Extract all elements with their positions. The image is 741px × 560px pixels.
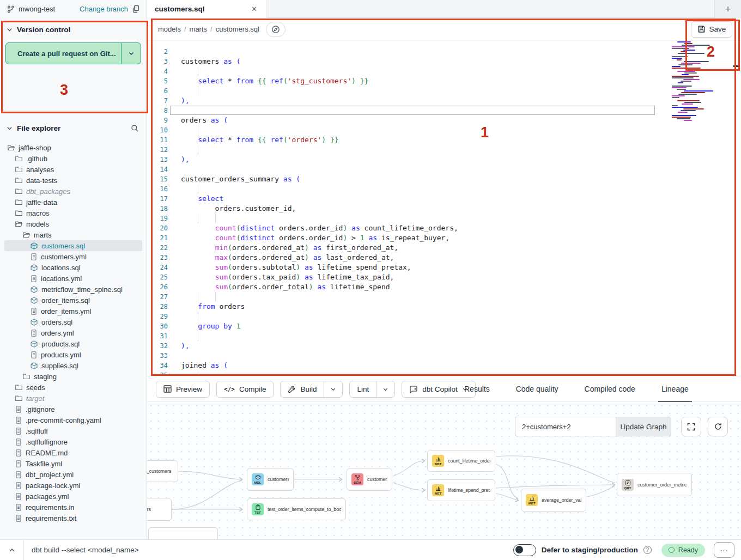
command-input[interactable]: dbt build --select <model_name> <box>24 546 513 554</box>
file-tree-item--gitignore[interactable]: .gitignore <box>4 404 142 415</box>
file-tree-item-orders-sql[interactable]: orders.sql <box>4 316 142 327</box>
lint-button[interactable]: Lint <box>350 381 376 397</box>
lineage-node[interactable] <box>148 527 218 539</box>
code-line-17[interactable]: 17 select <box>147 194 741 204</box>
code-line-26[interactable]: 26 sum(orders.order_total) as lifetime_s… <box>147 282 741 292</box>
file-tree-item-seeds[interactable]: seeds <box>4 382 142 393</box>
copy-icon[interactable] <box>132 5 140 13</box>
refresh-button[interactable] <box>708 417 728 436</box>
code-editor[interactable]: 23customers as (45 select * from {{ ref(… <box>147 41 741 376</box>
version-control-header[interactable]: Version control <box>0 18 147 39</box>
fullscreen-button[interactable] <box>681 417 701 436</box>
file-tree-item-requirements-in[interactable]: requirements.in <box>4 502 142 513</box>
file-tree-item-macros[interactable]: macros <box>4 208 142 218</box>
update-graph-button[interactable]: Update Graph <box>616 417 671 436</box>
breadcrumb-part[interactable]: models <box>158 25 181 33</box>
file-tree-item-locations-sql[interactable]: locations.sql <box>4 262 142 273</box>
code-line-11[interactable]: 11 select * from {{ ref('orders') }} <box>147 135 741 145</box>
file-tree-item-customers-sql[interactable]: customers.sql <box>4 240 142 251</box>
file-tree-item-analyses[interactable]: analyses <box>4 164 142 175</box>
file-tree-item-supplies-sql[interactable]: supplies.sql <box>4 360 142 371</box>
lint-dropdown-button[interactable] <box>376 381 394 397</box>
code-line-28[interactable]: 28 from orders <box>147 302 741 312</box>
code-line-4[interactable]: 4 <box>147 66 741 76</box>
breadcrumb-part[interactable]: marts <box>190 25 208 33</box>
code-line-13[interactable]: 13), <box>147 155 741 165</box>
code-line-14[interactable]: 14 <box>147 165 741 174</box>
compass-button[interactable] <box>266 22 286 37</box>
help-icon[interactable]: ? <box>643 546 652 554</box>
code-line-8[interactable]: 8 <box>147 106 741 115</box>
code-line-15[interactable]: 15customer_orders_summary as ( <box>147 174 741 184</box>
file-tree-item-jaffle-data[interactable]: jaffle-data <box>4 197 142 208</box>
file-tree-item--github[interactable]: .github <box>4 153 142 164</box>
file-tree-item-order-items-yml[interactable]: order_items.yml <box>4 306 142 316</box>
search-icon[interactable] <box>131 124 139 132</box>
code-line-20[interactable]: 20 count(distinct orders.order_id) as co… <box>147 223 741 233</box>
code-line-6[interactable]: 6 <box>147 86 741 96</box>
lineage-node-orders[interactable]: MDLorders <box>147 498 172 521</box>
code-line-9[interactable]: 9orders as ( <box>147 115 741 125</box>
code-line-16[interactable]: 16 <box>147 184 741 194</box>
file-tree-item-dbt-packages[interactable]: dbt_packages <box>4 186 142 197</box>
close-tab-icon[interactable]: ✕ <box>250 4 259 14</box>
file-tree-item-products-sql[interactable]: products.sql <box>4 338 142 349</box>
code-line-7[interactable]: 7), <box>147 96 741 106</box>
save-button[interactable]: Save <box>691 21 732 38</box>
lineage-node-customers[interactable]: MDLcustomers <box>247 468 294 491</box>
compile-button[interactable]: </> Compile <box>216 381 274 398</box>
file-tree-item-packages-yml[interactable]: packages.yml <box>4 491 142 502</box>
lineage-node-stg-customers[interactable]: MDLstg_customers <box>147 460 178 482</box>
preview-button[interactable]: Preview <box>156 381 210 398</box>
file-tree-item-taskfile-yml[interactable]: Taskfile.yml <box>4 458 142 469</box>
file-tree-item-customers-yml[interactable]: customers.yml <box>4 251 142 262</box>
file-tree-item-order-items-sql[interactable]: order_items.sql <box>4 295 142 306</box>
file-tree-item--sqlfluffignore[interactable]: .sqlfluffignore <box>4 436 142 447</box>
lineage-selector-input[interactable] <box>515 417 616 436</box>
code-line-2[interactable]: 2 <box>147 47 741 57</box>
file-tree-item--sqlfluff[interactable]: .sqlfluff <box>4 425 142 436</box>
file-tree-item-data-tests[interactable]: data-tests <box>4 175 142 186</box>
code-line-21[interactable]: 21 count(distinct orders.order_id) > 1 a… <box>147 233 741 243</box>
code-line-31[interactable]: 31 <box>147 331 741 341</box>
lineage-panel[interactable]: MDLstg_customersMDLordersMDLcustomersTST… <box>147 402 741 539</box>
file-tree-item-metricflow-time-spine-sql[interactable]: metricflow_time_spine.sql <box>4 284 142 295</box>
more-options-button[interactable]: ... <box>714 542 734 558</box>
tab-code-quality[interactable]: Code quality <box>513 376 562 403</box>
code-line-29[interactable]: 29 <box>147 312 741 321</box>
code-line-27[interactable]: 27 <box>147 292 741 302</box>
code-line-35[interactable]: 35 <box>147 370 741 376</box>
file-tree-item-dbt-project-yml[interactable]: dbt_project.yml <box>4 469 142 480</box>
build-dropdown-button[interactable] <box>324 381 342 397</box>
lineage-node-average-order-value[interactable]: METaverage_order_value <box>521 489 586 512</box>
file-tree-item-package-lock-yml[interactable]: package-lock.yml <box>4 480 142 491</box>
file-tree-item-readme-md[interactable]: README.md <box>4 447 142 458</box>
lineage-node-count-lifetime-orders[interactable]: METcount_lifetime_orders <box>427 450 495 472</box>
lineage-node-test-order-items-compute-to-bools-[interactable]: TSTtest_order_items_compute_to_bools... <box>247 498 346 520</box>
code-line-34[interactable]: 34joined as ( <box>147 361 741 370</box>
file-tree-item-orders-yml[interactable]: orders.yml <box>4 327 142 338</box>
tab-customers-sql[interactable]: customers.sql ✕ <box>147 0 267 18</box>
code-line-19[interactable]: 19 <box>147 214 741 223</box>
code-line-30[interactable]: 30 group by 1 <box>147 321 741 331</box>
code-line-23[interactable]: 23 max(orders.ordered_at) as last_ordere… <box>147 253 741 263</box>
file-tree-item-products-yml[interactable]: products.yml <box>4 349 142 360</box>
breadcrumb-part[interactable]: customers.sql <box>216 25 259 33</box>
code-line-18[interactable]: 18 orders.customer_id, <box>147 204 741 214</box>
change-branch-link[interactable]: Change branch <box>80 5 128 13</box>
tab-results[interactable]: Results <box>461 376 493 403</box>
lineage-node-customer-order-metrics[interactable]: QRYcustomer_order_metrics <box>617 473 692 496</box>
code-line-22[interactable]: 22 min(orders.ordered_at) as first_order… <box>147 243 741 253</box>
file-explorer-header[interactable]: File explorer <box>0 117 147 138</box>
file-tree-item-locations-yml[interactable]: locations.yml <box>4 273 142 284</box>
code-line-12[interactable]: 12 <box>147 145 741 155</box>
code-line-25[interactable]: 25 sum(orders.tax_paid) as lifetime_tax_… <box>147 272 741 282</box>
minimap[interactable] <box>672 36 719 123</box>
file-tree-item-models[interactable]: models <box>4 218 142 229</box>
build-button[interactable]: Build <box>281 381 324 397</box>
file-tree-item-staging[interactable]: staging <box>4 371 142 382</box>
file-tree-item-jaffle-shop[interactable]: jaffle-shop <box>4 142 142 153</box>
new-tab-button[interactable]: + <box>714 0 741 18</box>
expand-command-bar-icon[interactable] <box>0 540 24 560</box>
code-line-32[interactable]: 32), <box>147 341 741 351</box>
